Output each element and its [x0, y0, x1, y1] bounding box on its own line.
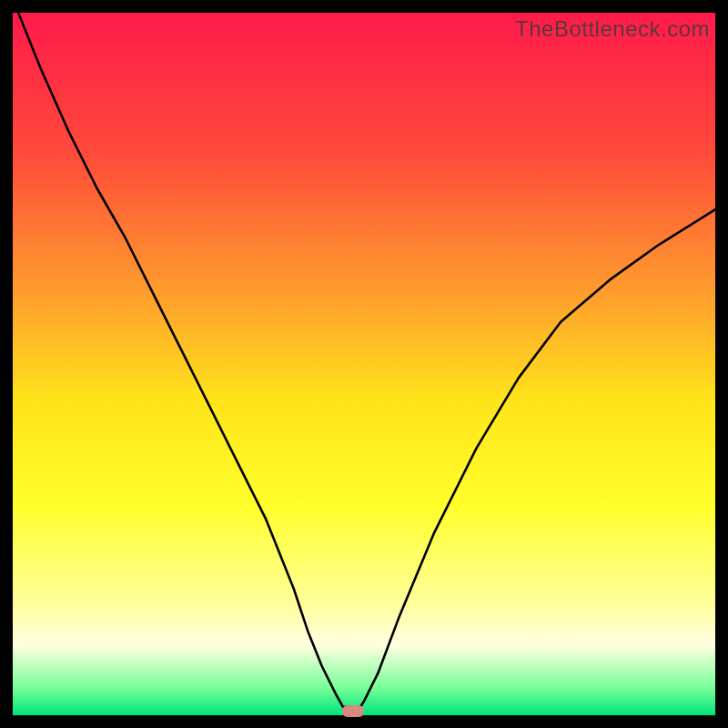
optimal-marker — [342, 705, 364, 717]
plot-area: TheBottleneck.com — [13, 13, 715, 715]
bottleneck-curve — [13, 13, 715, 715]
watermark-text: TheBottleneck.com — [515, 16, 710, 42]
